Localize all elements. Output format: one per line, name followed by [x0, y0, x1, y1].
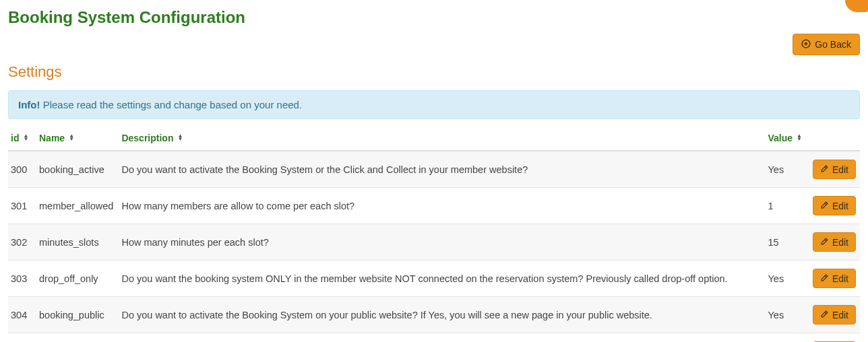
section-title: Settings	[8, 63, 860, 81]
col-header-name[interactable]: Name ▲▼	[39, 133, 74, 143]
cell-value: Yes	[765, 261, 807, 297]
info-alert: Info! Please read the settings and chang…	[8, 90, 860, 119]
cell-value: Yes	[765, 151, 807, 188]
edit-icon	[820, 310, 829, 320]
go-back-button[interactable]: Go Back	[793, 34, 860, 55]
cell-description: Do you want to activate the Booking Syst…	[119, 151, 765, 188]
table-row: 305 covid_vaccine The Toy Library can ac…	[8, 333, 860, 343]
cell-description: The Toy Library can activate the drop-do…	[119, 333, 765, 343]
col-header-value[interactable]: Value ▲▼	[768, 133, 802, 143]
cell-id: 304	[8, 297, 36, 333]
arrow-left-icon	[801, 39, 811, 50]
cell-id: 301	[8, 188, 36, 224]
edit-label: Edit	[832, 310, 848, 320]
cell-name: booking_public	[36, 297, 119, 333]
cell-description: How many members are allow to come per e…	[119, 188, 765, 224]
go-back-label: Go Back	[815, 40, 851, 49]
edit-icon	[820, 237, 829, 247]
cell-name: minutes_slots	[36, 224, 119, 261]
table-row: 304 booking_public Do you want to activa…	[8, 297, 860, 333]
cell-name: covid_vaccine	[36, 333, 119, 343]
table-row: 300 booking_active Do you want to activa…	[8, 151, 860, 188]
sort-icon: ▲▼	[23, 135, 28, 141]
cell-description: Do you want the booking system ONLY in t…	[119, 261, 765, 297]
edit-label: Edit	[832, 238, 848, 247]
cell-value: 15	[765, 224, 807, 261]
edit-button[interactable]: Edit	[813, 160, 856, 179]
info-text: Please read the settings and change base…	[43, 99, 302, 110]
edit-button[interactable]: Edit	[813, 305, 856, 324]
cell-value: 1	[765, 188, 807, 224]
cell-name: member_allowed	[36, 188, 119, 224]
edit-label: Edit	[832, 201, 848, 211]
sort-icon: ▲▼	[177, 135, 183, 141]
edit-icon	[820, 201, 829, 211]
cell-id: 303	[8, 261, 36, 297]
settings-table: id ▲▼ Name ▲▼ Description ▲▼	[8, 127, 860, 342]
cell-id: 305	[8, 333, 36, 343]
cell-name: booking_active	[36, 151, 119, 188]
cell-id: 300	[8, 151, 36, 188]
edit-label: Edit	[832, 274, 848, 283]
cell-value: Yes	[765, 297, 807, 333]
table-row: 302 minutes_slots How many minutes per e…	[8, 224, 860, 261]
edit-icon	[820, 273, 829, 283]
sort-icon: ▲▼	[797, 135, 802, 141]
edit-button[interactable]: Edit	[813, 269, 856, 288]
cell-name: drop_off_only	[36, 261, 119, 297]
edit-button[interactable]: Edit	[813, 196, 856, 215]
cell-value: Yes	[765, 333, 807, 343]
edit-button[interactable]: Edit	[813, 232, 856, 252]
edit-label: Edit	[832, 165, 848, 174]
sort-icon: ▲▼	[69, 135, 74, 141]
col-header-id[interactable]: id ▲▼	[11, 133, 28, 143]
cell-description: Do you want to activate the Booking Syst…	[119, 297, 765, 333]
cell-id: 302	[8, 224, 36, 261]
cell-description: How many minutes per each slot?	[119, 224, 765, 261]
edit-icon	[820, 164, 829, 174]
table-row: 303 drop_off_only Do you want the bookin…	[8, 261, 860, 297]
table-row: 301 member_allowed How many members are …	[8, 188, 860, 224]
page-title: Booking System Configuration	[8, 8, 860, 27]
col-header-description[interactable]: Description ▲▼	[121, 133, 183, 143]
info-label: Info!	[18, 99, 40, 110]
